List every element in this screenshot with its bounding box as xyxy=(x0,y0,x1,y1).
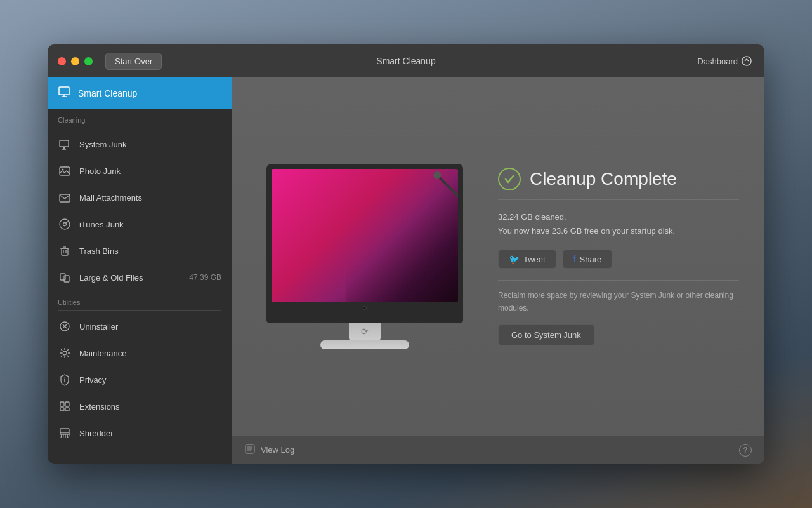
minimize-button[interactable] xyxy=(71,57,79,65)
shredder-label: Shredder xyxy=(79,429,221,438)
view-log-label: View Log xyxy=(261,445,294,455)
photo-junk-icon xyxy=(58,164,72,178)
sidebar-item-maintenance[interactable]: Maintenance xyxy=(48,340,232,366)
system-junk-label: System Junk xyxy=(79,140,221,149)
close-button[interactable] xyxy=(58,57,66,65)
imac-chin xyxy=(272,302,458,315)
facebook-icon: f xyxy=(573,254,576,264)
result-panel: Cleanup Complete 32.24 GB cleaned. You n… xyxy=(473,155,739,358)
privacy-label: Privacy xyxy=(79,375,221,385)
maintenance-icon xyxy=(58,346,72,360)
go-to-system-junk-button[interactable]: Go to System Junk xyxy=(498,324,594,345)
dashboard-label: Dashboard xyxy=(697,57,738,66)
imac-base xyxy=(320,340,409,349)
itunes-icon xyxy=(58,217,72,231)
svg-rect-26 xyxy=(60,402,64,406)
view-log-button[interactable]: View Log xyxy=(244,443,294,457)
result-title-row: Cleanup Complete xyxy=(498,168,739,190)
bottom-bar: View Log ? xyxy=(232,436,764,464)
svg-point-11 xyxy=(63,223,67,226)
smart-cleanup-icon xyxy=(58,85,70,101)
svg-rect-13 xyxy=(62,248,68,255)
svg-rect-1 xyxy=(59,87,69,95)
sidebar-item-smart-cleanup[interactable]: Smart Cleanup xyxy=(48,77,232,109)
trash-bins-label: Trash Bins xyxy=(79,246,221,256)
extensions-svg xyxy=(58,400,71,413)
sidebar-item-extensions[interactable]: Extensions xyxy=(48,393,232,420)
svg-rect-30 xyxy=(60,429,69,432)
sidebar-item-uninstaller[interactable]: Uninstaller xyxy=(48,313,232,340)
smart-cleanup-svg xyxy=(58,85,70,98)
share-label: Share xyxy=(580,255,602,264)
svg-point-23 xyxy=(63,351,67,355)
imac-screen xyxy=(272,169,458,302)
tweet-label: Tweet xyxy=(523,255,546,264)
shredder-icon xyxy=(58,426,72,440)
svg-rect-36 xyxy=(60,432,69,434)
help-button[interactable]: ? xyxy=(739,444,752,457)
titlebar: Start Over Smart Cleanup Dashboard xyxy=(48,44,764,77)
svg-rect-18 xyxy=(60,274,65,280)
sidebar-item-photo-junk[interactable]: Photo Junk xyxy=(48,157,232,184)
trash-bins-icon xyxy=(58,244,72,258)
content-inner: ⟳ Cleanup Complete xyxy=(232,77,764,436)
content-area: ⟳ Cleanup Complete xyxy=(232,77,764,464)
svg-rect-9 xyxy=(60,194,70,202)
imac-stand: ⟳ xyxy=(349,323,381,340)
svg-line-35 xyxy=(69,434,69,438)
svg-line-32 xyxy=(63,434,64,438)
mail-attachments-label: Mail Attachments xyxy=(79,193,221,203)
result-stats: 32.24 GB cleaned. You now have 23.6 GB f… xyxy=(498,210,739,238)
uninstaller-svg xyxy=(58,320,71,333)
privacy-svg xyxy=(58,373,71,386)
svg-point-5 xyxy=(63,147,65,149)
sidebar-item-trash-bins[interactable]: Trash Bins xyxy=(48,237,232,264)
svg-rect-27 xyxy=(65,402,69,406)
sidebar-item-privacy[interactable]: Privacy xyxy=(48,366,232,393)
log-icon-svg xyxy=(244,443,256,455)
stats-line-1: 32.24 GB cleaned. xyxy=(498,210,739,224)
sidebar-item-system-junk[interactable]: System Junk xyxy=(48,131,232,157)
sidebar-item-large-old-files[interactable]: Large & Old Files 47.39 GB xyxy=(48,264,232,291)
extensions-label: Extensions xyxy=(79,402,221,411)
utilities-separator xyxy=(58,310,221,311)
share-button[interactable]: f Share xyxy=(563,250,613,269)
sidebar-item-shredder[interactable]: Shredder xyxy=(48,420,232,446)
svg-line-12 xyxy=(66,221,69,223)
mail-svg xyxy=(58,191,71,204)
smart-cleanup-label: Smart Cleanup xyxy=(78,88,137,98)
imac-screen-wrapper xyxy=(266,164,463,323)
photo-junk-svg xyxy=(58,164,71,177)
system-junk-svg xyxy=(58,138,71,150)
privacy-icon xyxy=(58,373,72,387)
sidebar-item-itunes-junk[interactable]: iTunes Junk xyxy=(48,211,232,237)
svg-rect-28 xyxy=(60,408,64,411)
large-files-svg xyxy=(58,271,71,284)
check-icon xyxy=(498,168,521,190)
uninstaller-icon xyxy=(58,319,72,333)
imac-screen-glare xyxy=(346,169,458,302)
svg-point-8 xyxy=(62,169,64,171)
maximize-button[interactable] xyxy=(84,57,93,65)
sidebar: Smart Cleanup Cleaning System Junk xyxy=(48,77,232,464)
svg-line-31 xyxy=(61,434,62,438)
sidebar-item-mail-attachments[interactable]: Mail Attachments xyxy=(48,184,232,211)
svg-rect-4 xyxy=(60,140,69,147)
start-over-button[interactable]: Start Over xyxy=(105,53,162,70)
svg-line-34 xyxy=(67,434,68,438)
titlebar-center-label: Smart Cleanup xyxy=(376,56,435,66)
dashboard-icon xyxy=(742,56,752,66)
shredder-svg xyxy=(58,427,71,439)
result-hint: Reclaim more space by reviewing your Sys… xyxy=(498,290,739,314)
itunes-junk-label: iTunes Junk xyxy=(79,220,221,229)
dashboard-button[interactable]: Dashboard xyxy=(697,56,752,66)
maintenance-svg xyxy=(58,347,71,359)
main-body: Smart Cleanup Cleaning System Junk xyxy=(48,77,764,464)
checkmark-svg xyxy=(504,173,515,185)
itunes-svg xyxy=(58,218,71,231)
tweet-button[interactable]: 🐦 Tweet xyxy=(498,250,556,269)
maintenance-label: Maintenance xyxy=(79,349,221,358)
svg-rect-29 xyxy=(65,408,69,411)
utilities-section-label: Utilities xyxy=(48,291,232,310)
uninstaller-label: Uninstaller xyxy=(79,322,221,331)
